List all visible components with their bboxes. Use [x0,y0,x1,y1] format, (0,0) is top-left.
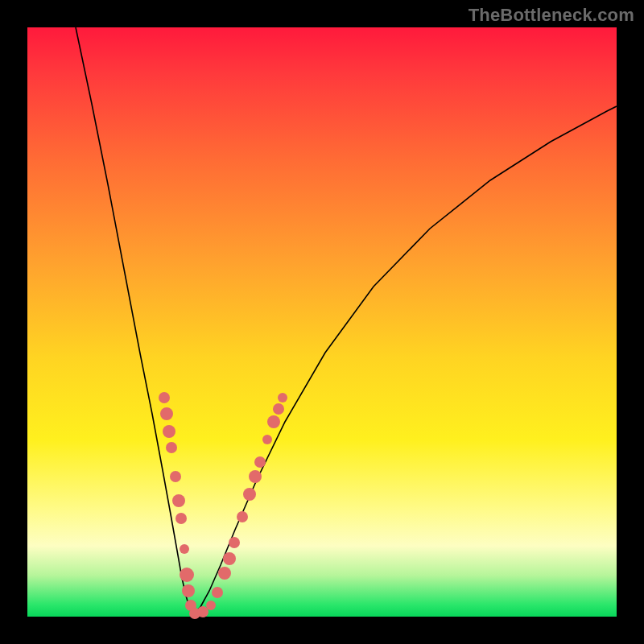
bead-marker [218,567,231,580]
bead-marker [262,435,272,444]
bead-marker [160,407,173,420]
curve-right-branch [192,106,617,616]
bead-marker [249,470,262,483]
bead-marker [267,415,280,428]
curve-left-branch [76,27,192,616]
bead-marker [254,456,266,468]
bead-marker [229,537,240,548]
bead-marker [172,494,185,507]
bead-marker [278,393,287,402]
bead-marker [170,471,181,482]
bead-marker [163,425,175,438]
bead-marker [212,587,223,598]
bead-marker [159,392,170,403]
bead-marker [237,511,248,522]
watermark-text: TheBottleneck.com [469,5,634,26]
bead-markers-group [159,392,287,619]
bead-marker [182,584,195,597]
bead-marker [223,552,236,565]
bead-marker [175,513,187,524]
bead-marker [180,544,189,554]
bead-marker [206,601,216,610]
bead-marker [180,568,194,582]
bead-marker [243,488,256,501]
bead-marker [166,442,177,453]
bead-marker [273,403,284,415]
chart-overlay [27,27,617,617]
